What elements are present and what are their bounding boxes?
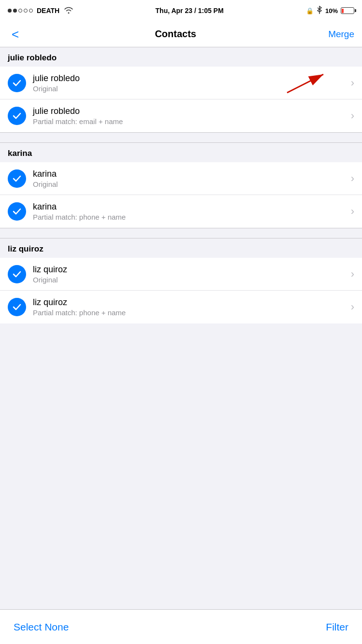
contact-row-liz-original[interactable]: liz quiroz Original › <box>0 258 362 291</box>
contact-row-karina-partial[interactable]: karina Partial match: phone + name › <box>0 195 362 228</box>
group-separator-1 <box>0 132 362 143</box>
contact-name-julie-partial: julie robledo <box>33 106 347 116</box>
chevron-icon-julie-partial: › <box>351 110 354 122</box>
page-title: Contacts <box>155 28 196 40</box>
check-circle-liz-partial[interactable] <box>8 298 26 316</box>
signal-icon <box>8 9 33 13</box>
status-time: Thu, Apr 23 / 1:05 PM <box>156 7 224 14</box>
wifi-icon <box>64 7 73 15</box>
check-circle-julie-partial[interactable] <box>8 107 26 125</box>
carrier-label: DEATH <box>37 7 59 14</box>
bluetooth-icon <box>317 6 322 16</box>
group-julie-robledo: julie robledo julie robledo Original › <box>0 47 362 132</box>
section-group-julie: julie robledo Original › julie robledo P… <box>0 67 362 132</box>
battery-icon <box>341 7 354 14</box>
contact-info-karina-partial: karina Partial match: phone + name <box>33 202 347 221</box>
chevron-icon-liz-partial: › <box>351 301 354 313</box>
contact-name-karina-original: karina <box>33 169 347 179</box>
contact-name-liz-original: liz quiroz <box>33 265 347 275</box>
contact-info-karina-original: karina Original <box>33 169 347 188</box>
contact-sub-julie-original: Original <box>33 84 347 93</box>
contact-sub-karina-partial: Partial match: phone + name <box>33 213 347 221</box>
bottom-toolbar: Select None Filter <box>0 609 362 644</box>
section-header-liz: liz quiroz <box>0 238 362 258</box>
contact-info-julie-original: julie robledo Original <box>33 73 347 93</box>
status-right: 🔒 10% <box>306 6 354 16</box>
group-separator-2 <box>0 228 362 238</box>
chevron-icon-karina-partial: › <box>351 205 354 218</box>
status-left: DEATH <box>8 7 73 15</box>
select-none-button[interactable]: Select None <box>14 621 69 633</box>
battery-pct: 10% <box>325 7 338 14</box>
section-group-liz: liz quiroz Original › liz quiroz Partial… <box>0 258 362 323</box>
contact-name-julie-original: julie robledo <box>33 73 347 84</box>
chevron-icon-julie-original: › <box>351 77 354 89</box>
status-bar: DEATH Thu, Apr 23 / 1:05 PM 🔒 10% <box>0 0 362 21</box>
contact-sub-karina-original: Original <box>33 180 347 188</box>
check-circle-julie-original[interactable] <box>8 74 26 92</box>
group-karina: karina karina Original › <box>0 143 362 228</box>
check-circle-karina-partial[interactable] <box>8 202 26 221</box>
contact-row-karina-original[interactable]: karina Original › <box>0 162 362 195</box>
section-group-karina: karina Original › karina Partial match: … <box>0 162 362 228</box>
contact-info-liz-partial: liz quiroz Partial match: phone + name <box>33 297 347 317</box>
merge-button[interactable]: Merge <box>328 29 354 40</box>
contact-row-julie-partial[interactable]: julie robledo Partial match: email + nam… <box>0 99 362 132</box>
back-button[interactable]: < <box>8 26 23 42</box>
check-circle-karina-original[interactable] <box>8 169 26 188</box>
content-area: julie robledo julie robledo Original › <box>0 47 362 358</box>
filter-button[interactable]: Filter <box>326 621 348 633</box>
check-circle-liz-original[interactable] <box>8 265 26 283</box>
contact-info-julie-partial: julie robledo Partial match: email + nam… <box>33 106 347 126</box>
contact-sub-julie-partial: Partial match: email + name <box>33 117 347 126</box>
section-header-karina: karina <box>0 143 362 162</box>
contact-sub-liz-partial: Partial match: phone + name <box>33 308 347 317</box>
lock-icon: 🔒 <box>306 7 314 14</box>
nav-bar: < Contacts Merge <box>0 21 362 47</box>
contact-name-karina-partial: karina <box>33 202 347 212</box>
group-liz-quiroz: liz quiroz liz quiroz Original › <box>0 238 362 323</box>
contact-row-julie-original[interactable]: julie robledo Original › <box>0 67 362 99</box>
contact-sub-liz-original: Original <box>33 276 347 284</box>
contact-row-liz-partial[interactable]: liz quiroz Partial match: phone + name › <box>0 291 362 323</box>
chevron-icon-liz-original: › <box>351 268 354 280</box>
section-header-julie: julie robledo <box>0 47 362 67</box>
contact-info-liz-original: liz quiroz Original <box>33 265 347 284</box>
contact-name-liz-partial: liz quiroz <box>33 297 347 308</box>
chevron-icon-karina-original: › <box>351 172 354 185</box>
